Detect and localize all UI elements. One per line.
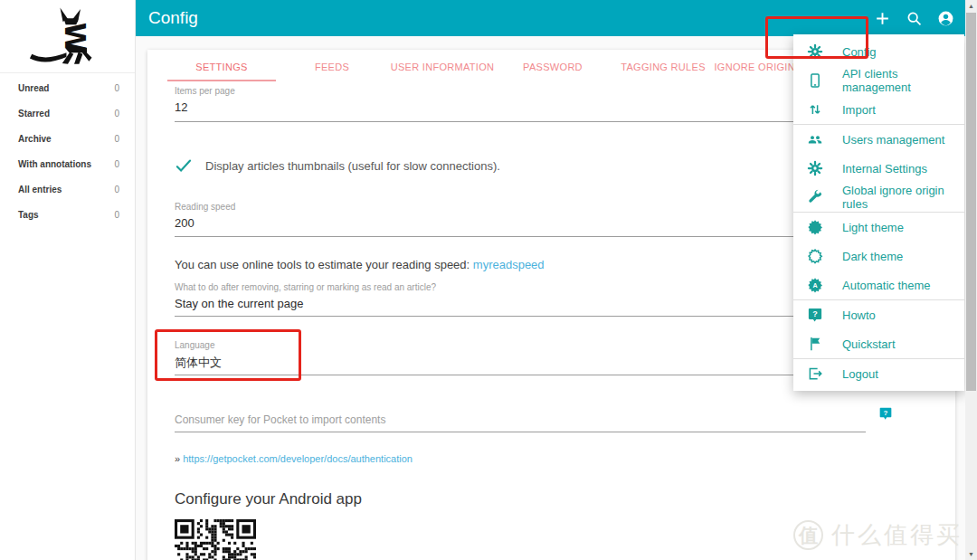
menu-item-import[interactable]: Import [793,95,964,124]
items-per-page-input[interactable]: 12 [175,100,187,114]
menu-item-global-ignore-origin-rules[interactable]: Global ignore origin rules [793,183,964,212]
search-icon[interactable] [906,10,923,27]
check-icon [175,157,193,175]
page-title: Config [148,8,198,28]
page-scrollbar[interactable]: ▲ ▼ [965,0,977,560]
language-label: Language [175,340,215,350]
menu-item-api-clients-management[interactable]: API clients management [793,66,964,95]
pocket-key-input[interactable]: Consumer key for Pocket to import conten… [175,413,385,426]
sidebar-item-with-annotations[interactable]: With annotations 0 [0,151,135,176]
menu-item-light-theme[interactable]: Light theme [793,213,964,242]
logout-icon [807,365,823,382]
config-tabs: SETTINGS FEEDS USER INFORMATION PASSWORD… [166,52,829,81]
wallabag-logo: W [25,3,110,70]
android-heading: Configure your Android app [175,490,362,508]
sidebar-item-label: Unread [18,83,49,93]
sidebar-item-label: Tags [18,210,39,220]
menu-item-label: Logout [842,367,878,381]
sidebar-item-count: 0 [114,83,119,93]
menu-item-label: Config [842,45,877,59]
menu-item-label: Automatic theme [842,279,931,292]
input-underline [175,236,866,237]
tab-user-information[interactable]: USER INFORMATION [387,52,498,81]
gear-icon [807,160,823,176]
android-config-qr-code [175,519,256,560]
menu-item-label: Dark theme [842,250,903,263]
thumbnails-label: Display articles thumbnails (useful for … [205,159,500,173]
tab-feeds[interactable]: FEEDS [277,52,387,81]
sidebar-item-count: 0 [114,134,119,144]
svg-text:?: ? [812,309,818,318]
sidebar-item-label: With annotations [18,159,91,169]
menu-item-automatic-theme[interactable]: A Automatic theme [793,271,964,299]
sidebar-item-count: 0 [114,109,119,119]
header-actions [874,10,954,27]
menu-item-label: Light theme [842,221,904,234]
pocket-doc-row: » https://getpocket.com/developer/docs/a… [175,453,413,464]
menu-item-dark-theme[interactable]: Dark theme [793,242,964,271]
menu-item-logout[interactable]: Logout [793,359,964,388]
pocket-doc-link[interactable]: https://getpocket.com/developer/docs/aut… [183,453,413,464]
sidebar-item-count: 0 [114,159,119,169]
account-dropdown-menu: Config API clients management Import Use… [793,34,964,391]
menu-item-label: Howto [842,308,876,322]
gear-icon [807,43,823,60]
menu-item-label: Internal Settings [842,162,927,176]
sidebar-item-label: All entries [18,185,62,195]
wallabag-config-page: W Unread 0 Starred 0 Archive 0 With anno… [0,0,977,560]
sidebar-item-unread[interactable]: Unread 0 [0,75,135,100]
after-action-select[interactable]: Stay on the current page [175,297,303,310]
reading-speed-input[interactable]: 200 [175,216,194,230]
select-underline [175,316,866,317]
brightness-outline-icon [807,248,823,264]
tab-settings[interactable]: SETTINGS [166,52,277,81]
users-icon [807,131,823,147]
sidebar-item-count: 0 [114,210,119,220]
menu-item-label: Users management [842,133,944,147]
wrench-icon [807,189,823,205]
sidebar-nav: Unread 0 Starred 0 Archive 0 With annota… [0,75,135,227]
import-arrows-icon [807,101,823,118]
sidebar-item-label: Starred [18,109,50,119]
brightness-high-icon [807,219,823,235]
menu-item-config[interactable]: Config [793,37,964,66]
menu-item-quickstart[interactable]: Quickstart [793,329,964,358]
menu-item-label: Import [842,103,876,117]
help-icon[interactable]: ? [878,406,893,421]
account-circle-icon[interactable] [937,10,954,27]
svg-text:?: ? [884,409,888,417]
sidebar-item-archive[interactable]: Archive 0 [0,126,135,151]
plus-icon[interactable] [874,10,891,27]
sidebar-item-tags[interactable]: Tags 0 [0,202,135,227]
menu-item-label: API clients management [842,67,964,94]
sidebar-item-starred[interactable]: Starred 0 [0,100,135,126]
sidebar-item-label: Archive [18,134,52,144]
menu-item-internal-settings[interactable]: Internal Settings [793,154,964,183]
input-underline [175,121,866,122]
menu-item-users-management[interactable]: Users management [793,125,964,154]
items-per-page-label: Items per page [175,86,235,96]
thumbnails-checkbox[interactable]: Display articles thumbnails (useful for … [175,157,500,175]
scrollbar-up-arrow[interactable]: ▲ [965,0,977,12]
help-icon: ? [807,307,823,323]
tab-tagging-rules[interactable]: TAGGING RULES [608,52,718,81]
select-underline [175,375,866,375]
scrollbar-down-arrow[interactable]: ▼ [965,548,977,560]
logo-container[interactable]: W [0,0,135,73]
reading-speed-hint: You can use online tools to estimate you… [175,258,545,271]
menu-item-label: Global ignore origin rules [842,184,964,211]
svg-text:A: A [812,282,817,289]
menu-item-howto[interactable]: ? Howto [793,300,964,329]
tablet-icon [807,72,823,89]
scrollbar-thumb[interactable] [966,13,976,391]
sidebar: W Unread 0 Starred 0 Archive 0 With anno… [0,0,136,560]
tab-password[interactable]: PASSWORD [498,52,608,81]
app-header: Config [136,0,965,36]
language-select[interactable]: 简体中文 [175,355,222,371]
reading-speed-label: Reading speed [175,202,235,212]
sidebar-item-all-entries[interactable]: All entries 0 [0,176,135,202]
menu-item-label: Quickstart [842,337,896,351]
myreadspeed-link[interactable]: myreadspeed [473,258,545,271]
after-action-label: What to do after removing, starring or m… [175,282,436,292]
sidebar-item-count: 0 [114,185,119,195]
